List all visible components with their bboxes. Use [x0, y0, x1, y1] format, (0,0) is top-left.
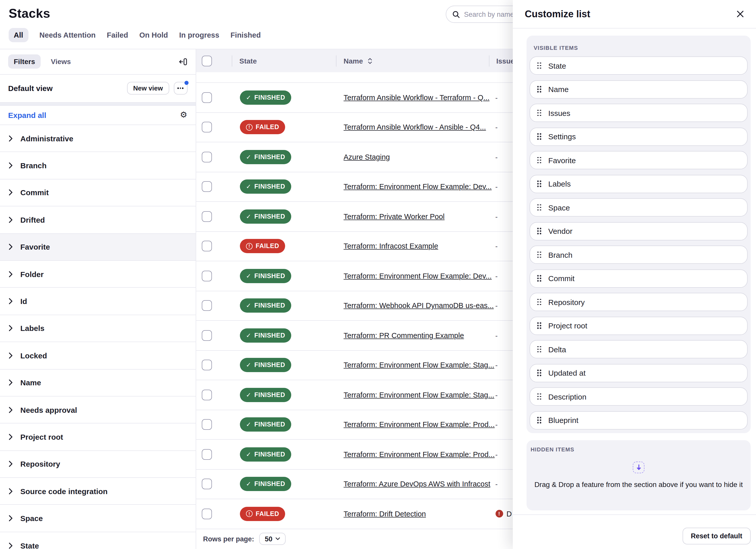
- stack-name-link[interactable]: Terraform: Environment Flow Example: Pro…: [344, 450, 495, 459]
- customize-item-state[interactable]: State: [530, 56, 748, 75]
- sidebar-item-state[interactable]: State: [0, 532, 195, 549]
- customize-item-project-root[interactable]: Project root: [530, 316, 748, 335]
- sidebar-item-commit[interactable]: Commit: [0, 179, 195, 207]
- collapse-sidebar-icon[interactable]: [179, 57, 187, 66]
- customize-item-name[interactable]: Name: [530, 80, 748, 98]
- drag-handle-icon[interactable]: [537, 346, 541, 353]
- row-checkbox[interactable]: [202, 211, 212, 222]
- tab-all[interactable]: All: [9, 28, 28, 42]
- customize-item-branch[interactable]: Branch: [530, 246, 748, 264]
- tab-finished[interactable]: Finished: [230, 31, 261, 39]
- sidebar-item-space[interactable]: Space: [0, 505, 195, 532]
- view-more-button[interactable]: [174, 82, 187, 95]
- tab-failed[interactable]: Failed: [107, 31, 128, 39]
- customize-item-space[interactable]: Space: [530, 198, 748, 217]
- sort-icon[interactable]: [367, 57, 372, 65]
- reset-to-default-button[interactable]: Reset to default: [683, 528, 750, 544]
- drag-handle-icon[interactable]: [537, 322, 541, 329]
- customize-item-updated-at[interactable]: Updated at: [530, 364, 748, 382]
- row-checkbox[interactable]: [202, 390, 212, 400]
- customize-item-commit[interactable]: Commit: [530, 269, 748, 287]
- tab-views[interactable]: Views: [51, 58, 71, 66]
- sidebar-item-needs-approval[interactable]: Needs approval: [0, 397, 195, 424]
- drag-handle-icon[interactable]: [537, 86, 541, 93]
- drag-handle-icon[interactable]: [537, 275, 541, 282]
- drag-handle-icon[interactable]: [537, 299, 541, 305]
- select-all-checkbox[interactable]: [202, 56, 212, 66]
- stack-name-link[interactable]: Terraform: Drift Detection: [344, 510, 426, 518]
- stack-name-link[interactable]: Terraform Ansible Workflow - Ansible - Q…: [344, 123, 486, 131]
- column-header-state[interactable]: State: [239, 57, 257, 65]
- drag-handle-icon[interactable]: [537, 417, 541, 423]
- customize-item-settings[interactable]: Settings: [530, 127, 748, 146]
- stack-name-link[interactable]: Terraform: PR Commenting Example: [344, 331, 464, 340]
- drag-handle-icon[interactable]: [537, 204, 541, 211]
- sidebar-item-branch[interactable]: Branch: [0, 152, 195, 179]
- tab-needs-attention[interactable]: Needs Attention: [39, 31, 96, 39]
- customize-item-vendor[interactable]: Vendor: [530, 222, 748, 240]
- sidebar-item-labels[interactable]: Labels: [0, 315, 195, 342]
- sidebar-item-administrative[interactable]: Administrative: [0, 125, 195, 152]
- customize-item-delta[interactable]: Delta: [530, 340, 748, 358]
- drag-handle-icon[interactable]: [537, 370, 541, 376]
- drag-handle-icon[interactable]: [537, 133, 541, 140]
- stack-name-link[interactable]: Terraform: Environment Flow Example: Pro…: [344, 421, 495, 429]
- customize-item-description[interactable]: Description: [530, 387, 748, 406]
- row-checkbox[interactable]: [202, 449, 212, 460]
- customize-item-blueprint[interactable]: Blueprint: [530, 411, 748, 429]
- column-header-name[interactable]: Name: [344, 57, 363, 65]
- row-checkbox[interactable]: [202, 152, 212, 162]
- sidebar-item-project-root[interactable]: Project root: [0, 424, 195, 451]
- drag-handle-icon[interactable]: [537, 180, 541, 187]
- row-checkbox[interactable]: [202, 300, 212, 311]
- stack-name-link[interactable]: Terraform: Environment Flow Example: Dev…: [344, 183, 492, 191]
- row-checkbox[interactable]: [202, 360, 212, 371]
- drag-handle-icon[interactable]: [537, 62, 541, 69]
- drag-handle-icon[interactable]: [537, 228, 541, 234]
- drag-handle-icon[interactable]: [537, 251, 541, 258]
- tab-filters[interactable]: Filters: [8, 55, 41, 69]
- stack-name-link[interactable]: Terraform: Environment Flow Example: Sta…: [344, 391, 494, 399]
- sidebar-item-source-code-integration[interactable]: Source code integration: [0, 478, 195, 505]
- stack-name-link[interactable]: Terraform: Environment Flow Example: Dev…: [344, 272, 492, 280]
- row-checkbox[interactable]: [202, 181, 212, 192]
- rows-per-page-select[interactable]: 50: [259, 533, 286, 545]
- new-view-button[interactable]: New view: [127, 82, 169, 95]
- sidebar-item-folder[interactable]: Folder: [0, 261, 195, 288]
- sidebar-item-drifted[interactable]: Drifted: [0, 206, 195, 234]
- row-checkbox[interactable]: [202, 271, 212, 281]
- drag-handle-icon[interactable]: [537, 157, 541, 163]
- sidebar-item-name[interactable]: Name: [0, 369, 195, 397]
- stack-name-link[interactable]: Terraform: Webhook API DynamoDB us-eas..…: [344, 302, 494, 310]
- customize-item-labels[interactable]: Labels: [530, 175, 748, 193]
- sidebar-item-favorite[interactable]: Favorite: [0, 234, 195, 261]
- close-icon[interactable]: [736, 10, 744, 18]
- row-checkbox[interactable]: [202, 330, 212, 341]
- column-header-issues[interactable]: Issues: [496, 57, 513, 65]
- row-checkbox[interactable]: [202, 419, 212, 430]
- stack-name-link[interactable]: Azure Staging: [344, 153, 390, 161]
- sidebar-item-id[interactable]: Id: [0, 288, 195, 315]
- row-checkbox[interactable]: [202, 509, 212, 519]
- stack-name-link[interactable]: Terraform Ansible Workflow - Terraform -…: [344, 94, 489, 102]
- sidebar-item-repository[interactable]: Repository: [0, 451, 195, 478]
- drag-handle-icon[interactable]: [537, 393, 541, 400]
- row-checkbox[interactable]: [202, 241, 212, 252]
- customize-item-repository[interactable]: Repository: [530, 293, 748, 311]
- row-checkbox[interactable]: [202, 479, 212, 490]
- stack-name-link[interactable]: Terraform: Environment Flow Example: Sta…: [344, 361, 494, 369]
- row-checkbox[interactable]: [202, 122, 212, 133]
- stack-name-link[interactable]: Terraform: Infracost Example: [344, 242, 438, 250]
- tab-on-hold[interactable]: On Hold: [139, 31, 168, 39]
- search-input[interactable]: Search by name, ID: [446, 6, 522, 23]
- customize-item-favorite[interactable]: Favorite: [530, 151, 748, 169]
- stack-name-link[interactable]: Terraform: Azure DevOps AWS with Infraco…: [344, 480, 490, 488]
- tab-in-progress[interactable]: In progress: [179, 31, 219, 39]
- stack-name-link[interactable]: Terraform: Private Worker Pool: [344, 212, 445, 221]
- customize-item-issues[interactable]: Issues: [530, 104, 748, 122]
- expand-all-link[interactable]: Expand all: [8, 111, 180, 119]
- gear-icon[interactable]: ⚙: [180, 111, 187, 119]
- row-checkbox[interactable]: [202, 92, 212, 103]
- drag-handle-icon[interactable]: [537, 110, 541, 116]
- sidebar-item-locked[interactable]: Locked: [0, 342, 195, 369]
